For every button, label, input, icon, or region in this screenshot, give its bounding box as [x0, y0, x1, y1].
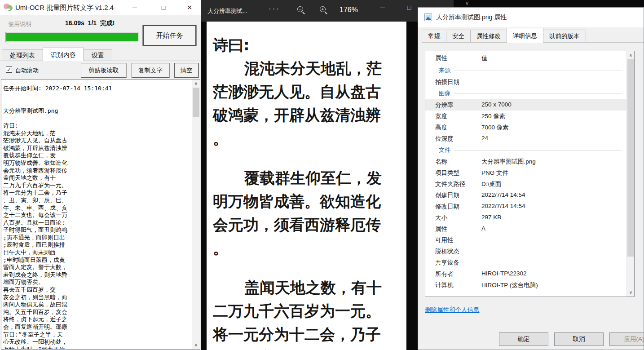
property-row[interactable]: 属性A [425, 223, 626, 235]
property-section: 文件 [425, 144, 626, 156]
tab-详细信息[interactable]: 详细信息 [507, 28, 543, 43]
section-divider [454, 71, 622, 71]
dialog-footer: 确定 取消 应用(A) [418, 325, 644, 350]
autoscroll-label: 自动滚动 [15, 66, 39, 75]
property-row[interactable]: 创建日期2022/7/14 14:54 [425, 190, 626, 201]
tab-设置[interactable]: 设置 [84, 49, 112, 61]
umi-ocr-toolbar: ✓ 自动滚动 剪贴板读取 复制文字 清空 [0, 61, 201, 79]
apply-button[interactable]: 应用(A) [609, 332, 644, 346]
property-row[interactable]: 共享设备 [425, 257, 626, 268]
image-text-line: 明万物皆成善。欲知造化 [213, 190, 406, 213]
property-label: 文件夹路径 [435, 180, 466, 188]
property-value: HIROI-TP\22302 [481, 270, 527, 277]
dialog-tabbar: 常规安全属性修改详细信息以前的版本 [422, 27, 644, 43]
scroll-up-icon[interactable]: ∧ [627, 52, 635, 59]
property-label: 项目类型 [435, 169, 459, 177]
see-more-icon[interactable]: ··· [269, 4, 280, 13]
ocr-result-textarea[interactable]: 任务开始时间: 2022-07-14 15:10:41 大分辨率测试图.png … [1, 79, 200, 350]
section-name: 文件 [439, 146, 450, 154]
scroll-up-icon[interactable]: ∧ [192, 80, 200, 87]
property-row[interactable]: 宽度250 像素 [425, 111, 626, 122]
dialog-titlebar: 大分辨率测试图.png 属性 [418, 8, 644, 27]
image-text-line: 诗曰: [213, 33, 406, 57]
property-label: 名称 [435, 158, 447, 166]
clipboard-read-button[interactable]: 剪贴板读取 [81, 63, 126, 78]
ocr-scrollbar[interactable]: ∧ ∨ [192, 80, 200, 349]
property-label: 宽度 [435, 112, 447, 120]
maximize-icon[interactable]: □ [156, 3, 171, 13]
window-title: Umi-OCR 批量图片转文字 v1.2.4 [15, 4, 114, 12]
property-value: PNG 文件 [481, 169, 508, 177]
scrollbar-thumb[interactable] [627, 59, 634, 257]
tab-常规[interactable]: 常规 [422, 30, 446, 42]
progress-bar-fill [6, 33, 138, 41]
zoom-out-icon[interactable]: − [297, 6, 306, 15]
copy-text-button[interactable]: 复制文字 [132, 63, 169, 78]
property-row[interactable]: 修改日期2022/7/14 14:54 [425, 201, 626, 212]
task-status-text: 16.09s 1/1 完成! [65, 19, 115, 27]
property-row[interactable]: 计算机HIROI-TP (这台电脑) [425, 279, 626, 291]
property-row[interactable]: 文件夹路径D:\桌面 [425, 178, 626, 190]
property-row[interactable]: 分辨率250 x 7000 [425, 99, 626, 111]
chevron-down-icon[interactable]: ∨ [462, 0, 472, 7]
scroll-down-icon[interactable]: ∨ [627, 289, 635, 296]
image-paragraph: 盖闻天地之数，有十二万九千六百岁为一元。将一元分为十二会，乃子、丑、寅、卯、辰、… [213, 276, 406, 350]
viewer-minimize-icon[interactable]: ─ [375, 3, 390, 13]
scrollbar-thumb[interactable] [193, 88, 199, 117]
viewer-title: 大分辨率测试... [207, 7, 247, 15]
autoscroll-checkbox[interactable]: ✓ [6, 66, 12, 73]
clear-button[interactable]: 清空 [174, 63, 198, 78]
minimize-icon[interactable]: ─ [128, 3, 142, 13]
property-label: 属性 [435, 225, 447, 233]
progress-bar [5, 32, 139, 42]
help-link[interactable]: 使用说明 [8, 20, 31, 28]
property-value: 7000 像素 [481, 124, 509, 132]
image-text-line: 、丑、寅、卯、辰、巳、 [213, 346, 406, 350]
viewer-titlebar: 大分辨率测试... ··· − + 176% ─ □ [201, 0, 454, 22]
viewer-maximize-icon[interactable]: □ [402, 3, 416, 13]
remove-properties-link[interactable]: 删除属性和个人信息 [425, 306, 480, 314]
tab-以前的版本[interactable]: 以前的版本 [543, 30, 586, 42]
image-text-line: 将一元分为十二会，乃子 [213, 323, 406, 346]
umi-ocr-tabbar: 处理列表识别内容设置 [0, 48, 201, 61]
zoom-level-value: 176% [340, 6, 358, 14]
scroll-down-icon[interactable]: ∨ [192, 341, 200, 349]
property-row[interactable]: 名称大分辨率测试图.png [425, 156, 626, 167]
property-row[interactable]: 拍摄日期 [425, 76, 626, 88]
section-divider [454, 150, 622, 151]
tab-处理列表[interactable]: 处理列表 [2, 49, 43, 61]
property-row[interactable]: 项目类型PNG 文件 [425, 167, 626, 178]
close-icon[interactable]: ✕ [182, 3, 197, 13]
properties-scrollbar[interactable]: ∧ ∨ [626, 51, 634, 297]
zoom-out-glyph: − [297, 6, 303, 12]
property-value: 2022/7/14 14:54 [481, 191, 525, 198]
start-task-button[interactable]: 开始任务 [143, 25, 196, 46]
property-row[interactable]: 所有者HIROI-TP\22302 [425, 268, 626, 279]
cancel-button[interactable]: 取消 [554, 332, 604, 346]
ok-button[interactable]: 确定 [499, 332, 548, 346]
image-text-line: 。 [213, 236, 406, 260]
property-value: 297 KB [481, 214, 501, 221]
zoom-in-icon[interactable]: + [319, 6, 328, 15]
property-value: D:\桌面 [481, 180, 501, 188]
property-label: 拍摄日期 [435, 78, 459, 86]
property-section: 来源 [425, 65, 626, 76]
umi-ocr-window: Umi-OCR 批量图片转文字 v1.2.4 ─ □ ✕ 使用说明 16.09s… [0, 0, 201, 350]
property-row[interactable]: 位深度24 [425, 133, 626, 144]
property-value: 2022/7/14 14:54 [481, 203, 525, 209]
column-property: 属性 [435, 54, 447, 62]
image-file-icon [424, 13, 432, 21]
property-label: 可用性 [435, 236, 454, 244]
umi-ocr-titlebar: Umi-OCR 批量图片转文字 v1.2.4 ─ □ ✕ [0, 0, 201, 15]
property-row[interactable]: 高度7000 像素 [425, 122, 626, 133]
tab-安全[interactable]: 安全 [446, 30, 471, 42]
property-row[interactable]: 大小297 KB [425, 212, 626, 223]
image-text-line: 茫渺渺无人见。自从盘古 [213, 80, 406, 103]
image-text-line: 混沌未分天地乱，茫 [213, 57, 406, 80]
tab-识别内容[interactable]: 识别内容 [43, 48, 84, 61]
property-row[interactable]: 脱机状态 [425, 246, 626, 257]
tab-属性修改[interactable]: 属性修改 [470, 30, 507, 42]
property-value: 250 x 7000 [481, 101, 512, 108]
property-row[interactable]: 可用性 [425, 235, 626, 246]
image-text-line: 盖闻天地之数，有十 [213, 276, 406, 299]
